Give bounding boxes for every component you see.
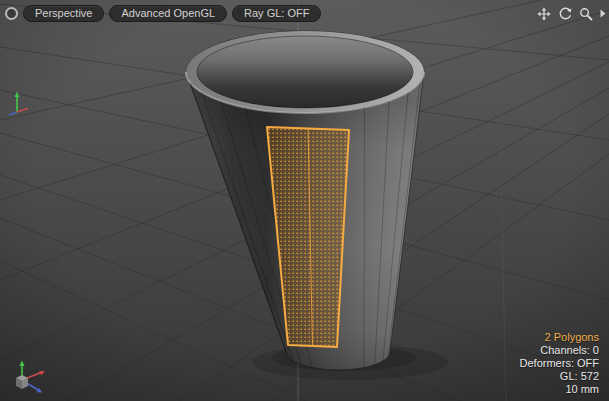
3d-viewport[interactable]: Perspective Advanced OpenGL Ray GL: OFF — [0, 0, 609, 401]
pan-icon[interactable] — [537, 7, 551, 21]
perspective-button[interactable]: Perspective — [23, 5, 104, 22]
viewport-status-readout: 2 Polygons Channels: 0 Deformers: OFF GL… — [520, 331, 599, 396]
axis-widget — [5, 356, 51, 398]
shading-mode-button[interactable]: Advanced OpenGL — [109, 5, 227, 22]
status-channels: Channels: 0 — [520, 344, 599, 357]
orbit-icon[interactable] — [558, 7, 572, 21]
workplane-axis-indicator — [4, 88, 30, 116]
viewport-canvas[interactable] — [0, 0, 609, 401]
status-gl: GL: 572 — [520, 370, 599, 383]
status-polygons: 2 Polygons — [520, 331, 599, 344]
zoom-icon[interactable] — [579, 7, 593, 21]
status-grid-size: 10 mm — [520, 383, 599, 396]
view-navigation-tools — [537, 7, 593, 21]
viewport-menu-button[interactable] — [5, 7, 18, 20]
viewport-toolbar: Perspective Advanced OpenGL Ray GL: OFF — [5, 5, 321, 22]
menu-arrow-icon[interactable] — [600, 9, 606, 18]
vignette-overlay — [0, 0, 609, 401]
status-deformers: Deformers: OFF — [520, 357, 599, 370]
ray-gl-button[interactable]: Ray GL: OFF — [232, 5, 321, 22]
